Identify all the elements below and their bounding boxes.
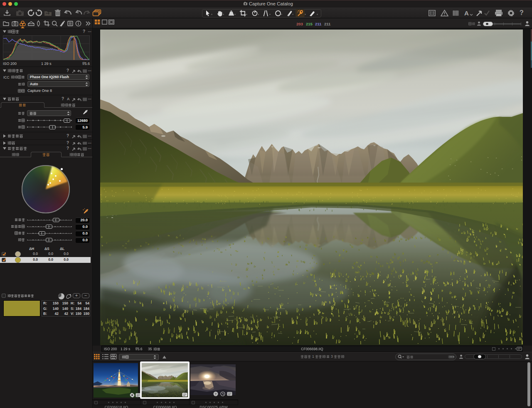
svg-text:?: ? <box>215 392 217 396</box>
